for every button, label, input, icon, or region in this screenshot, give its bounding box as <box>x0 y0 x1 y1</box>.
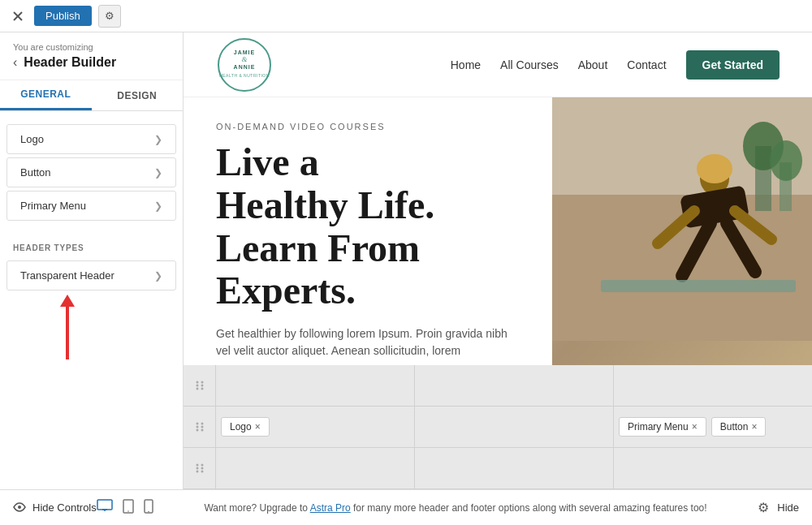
logo-tag-label: Logo <box>230 421 252 432</box>
row-2-cell-1[interactable]: Logo × <box>216 407 415 447</box>
hero-description: Get healthier by following lorem Ipsum. … <box>216 325 520 359</box>
hero-tag: ON-DEMAND VIDEO COURSES <box>216 122 520 131</box>
chevron-right-icon: ❯ <box>154 134 162 145</box>
red-arrow <box>60 295 75 359</box>
hero-title: Live aHealthy Life.Learn FromExperts. <box>216 141 520 312</box>
primary-menu-tag-close[interactable]: × <box>692 422 698 432</box>
topbar-settings-button[interactable]: ⚙ <box>98 5 121 28</box>
nav-home[interactable]: Home <box>451 58 481 71</box>
sidebar-header: You are customizing ‹ Header Builder <box>0 32 183 80</box>
sidebar-item-button[interactable]: Button ❯ <box>6 157 176 187</box>
bottom-settings-icon[interactable]: ⚙ <box>758 500 769 515</box>
builder-row-2: Logo × Primary Menu × Button × <box>184 407 812 448</box>
hide-controls-label: Hide Controls <box>32 501 97 514</box>
sidebar-item-logo[interactable]: Logo ❯ <box>6 124 176 154</box>
svg-rect-16 <box>601 280 796 292</box>
publish-button[interactable]: Publish <box>34 6 92 26</box>
row-2-cell-2[interactable] <box>415 407 614 447</box>
svg-point-37 <box>196 471 198 473</box>
bottom-right: ⚙ Hide <box>758 500 799 515</box>
svg-point-31 <box>196 429 198 432</box>
mobile-icon[interactable] <box>144 499 153 517</box>
builder-row-1 <box>184 365 812 407</box>
svg-point-10 <box>697 154 732 183</box>
nav-all-courses[interactable]: All Courses <box>500 58 559 71</box>
svg-text:ANNIE: ANNIE <box>234 64 256 70</box>
sidebar-item-transparent-header[interactable]: Transparent Header ❯ <box>6 260 176 290</box>
chevron-right-icon: ❯ <box>154 200 162 212</box>
builder-section: Logo × Primary Menu × Button × <box>184 365 812 489</box>
upgrade-suffix: for many more header and footer options … <box>353 502 707 514</box>
chevron-right-icon: ❯ <box>154 167 162 179</box>
header-types-label: HEADER TYPES <box>0 234 183 257</box>
row-3-cells <box>216 448 812 488</box>
customizing-label: You are customizing <box>13 42 170 52</box>
preview-area: JAMIE & ANNIE HEALTH & NUTRITION Home Al… <box>184 32 812 489</box>
row-3-cell-3[interactable] <box>614 448 812 488</box>
row-handle-2[interactable] <box>184 407 216 447</box>
svg-point-39 <box>18 506 21 509</box>
button-tag: Button × <box>711 417 767 437</box>
hero-image <box>552 97 812 365</box>
svg-point-38 <box>201 471 203 473</box>
back-button[interactable]: ‹ <box>13 55 17 70</box>
upgrade-text: Want more? Upgrade to <box>204 502 308 514</box>
svg-text:HEALTH & NUTRITION: HEALTH & NUTRITION <box>219 73 270 78</box>
button-tag-close[interactable]: × <box>751 422 757 432</box>
svg-point-22 <box>201 381 203 384</box>
get-started-button[interactable]: Get Started <box>686 50 780 80</box>
top-bar: Publish ⚙ <box>0 0 812 32</box>
website-header: JAMIE & ANNIE HEALTH & NUTRITION Home Al… <box>184 32 812 97</box>
svg-point-32 <box>201 429 203 432</box>
builder-row-3 <box>184 448 812 489</box>
row-3-cell-2[interactable] <box>415 448 614 488</box>
row-1-cell-2[interactable] <box>415 365 614 406</box>
svg-point-36 <box>201 467 203 470</box>
svg-point-29 <box>196 426 198 428</box>
hide-controls-section[interactable]: Hide Controls <box>13 501 97 514</box>
main-layout: You are customizing ‹ Header Builder GEN… <box>0 32 812 489</box>
row-2-cell-3[interactable]: Primary Menu × Button × <box>614 407 812 447</box>
svg-point-30 <box>201 426 203 428</box>
sidebar: You are customizing ‹ Header Builder GEN… <box>0 32 184 489</box>
sidebar-item-primary-menu[interactable]: Primary Menu ❯ <box>6 191 176 221</box>
svg-point-35 <box>196 467 198 470</box>
svg-point-26 <box>201 388 203 390</box>
svg-point-27 <box>196 423 198 425</box>
desktop-icon[interactable] <box>97 499 113 517</box>
astra-pro-link[interactable]: Astra Pro <box>310 502 351 514</box>
tablet-icon[interactable] <box>123 499 134 517</box>
row-1-cell-3[interactable] <box>614 365 812 406</box>
upgrade-bar: Want more? Upgrade to Astra Pro for many… <box>153 502 758 514</box>
hide-button[interactable]: Hide <box>777 501 799 514</box>
logo-tag: Logo × <box>221 417 270 437</box>
svg-text:JAMIE: JAMIE <box>234 49 255 55</box>
header-types-section: Transparent Header ❯ <box>0 257 183 294</box>
top-bar-left: Publish ⚙ <box>8 5 121 28</box>
sidebar-tabs: GENERAL DESIGN <box>0 80 183 111</box>
svg-point-44 <box>127 510 129 512</box>
svg-point-34 <box>201 464 203 467</box>
tab-design[interactable]: DESIGN <box>92 80 184 110</box>
row-handle-3[interactable] <box>184 448 216 488</box>
sidebar-title-row: ‹ Header Builder <box>13 55 170 70</box>
nav-about[interactable]: About <box>578 58 608 71</box>
logo-tag-close[interactable]: × <box>255 422 261 432</box>
row-3-cell-1[interactable] <box>216 448 415 488</box>
hero-section: ON-DEMAND VIDEO COURSES Live aHealthy Li… <box>184 97 812 365</box>
primary-menu-item-label: Primary Menu <box>20 200 86 212</box>
row-handle-1[interactable] <box>184 365 216 406</box>
svg-text:&: & <box>241 55 247 63</box>
svg-rect-40 <box>97 500 112 510</box>
row-1-cell-1[interactable] <box>216 365 415 406</box>
bottom-bar: Hide Controls Want more? Upgrade to Astr… <box>0 489 812 525</box>
button-item-label: Button <box>20 166 51 179</box>
svg-point-28 <box>201 423 203 425</box>
hide-label: Hide <box>777 501 799 514</box>
svg-point-33 <box>196 464 198 467</box>
website-nav: Home All Courses About Contact Get Start… <box>451 50 780 80</box>
close-button[interactable] <box>8 6 28 26</box>
svg-point-21 <box>196 381 198 384</box>
tab-general[interactable]: GENERAL <box>0 80 92 110</box>
nav-contact[interactable]: Contact <box>627 58 666 71</box>
